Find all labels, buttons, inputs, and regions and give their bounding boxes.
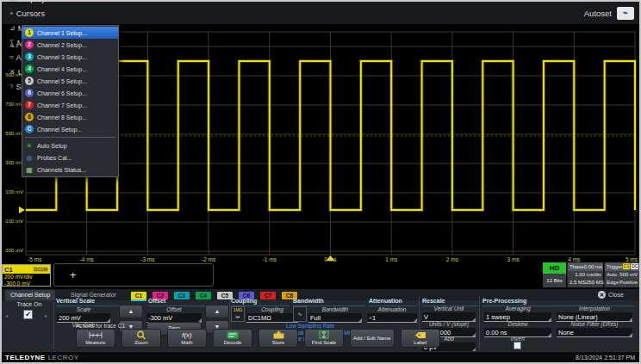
- channel-6-icon: 6: [25, 89, 34, 97]
- support-icon: ?: [9, 83, 13, 90]
- channel-7-icon: 7: [25, 101, 34, 109]
- trigger-slope: Positive: [619, 279, 638, 287]
- store-button[interactable]: Store: [258, 329, 298, 348]
- measure-icon: [89, 330, 103, 339]
- offset-field[interactable]: Offset -300 mV: [146, 306, 202, 323]
- actions-label: Actions for trace C1: [76, 323, 125, 329]
- tab-channel-setup[interactable]: Channel Setup: [5, 290, 55, 300]
- button-label: Add / Edit Name: [353, 336, 391, 342]
- oscilloscope-screen: 1.1 V900 mV700 mV500 mV300 mV100 mV-100 …: [0, 0, 641, 364]
- invert-checkbox[interactable]: [513, 342, 521, 349]
- y-axis-label: -100 mV: [0, 219, 23, 224]
- menu-item-label: Channel 7 Setup...: [37, 102, 87, 108]
- y-axis-label: 100 mV: [0, 189, 23, 194]
- menu-item-channel-setup[interactable]: CChannel Setup...: [22, 123, 118, 135]
- menu-bar: ▤File↕Vertical↔Timebase↑Trigger▦Display+…: [2, 2, 639, 24]
- timebase-label: Tbase: [569, 262, 584, 271]
- menu-item-channel-8-setup[interactable]: 8Channel 8 Setup...: [22, 111, 118, 123]
- button-label: Decode: [224, 340, 242, 346]
- menu-item-label: Channel Setup...: [37, 126, 82, 133]
- averaging-field[interactable]: Averaging 1 sweep: [484, 305, 551, 322]
- trigger-type: Edge: [607, 279, 619, 287]
- x-axis-label: -1 ms: [252, 256, 287, 262]
- menu-item-label: Probes Cal...: [37, 155, 72, 161]
- utilities-icon: ✕: [9, 68, 16, 76]
- timebase-samples: 2.5 MS: [569, 279, 586, 287]
- y-axis-label: -300 mV: [0, 248, 23, 253]
- menu-item-label: Channel 8 Setup...: [37, 114, 87, 120]
- math-button[interactable]: f(x)Math: [167, 329, 207, 348]
- x-axis-label: 2 ms: [435, 256, 470, 262]
- menu-item-channel-1-setup[interactable]: 1Channel 1 Setup...: [22, 27, 118, 39]
- attenuation-field[interactable]: Attenuation ÷1: [367, 306, 417, 323]
- measure-icon: ⊿: [9, 24, 16, 32]
- trigger-label: Trigger: [607, 262, 623, 271]
- label-button[interactable]: Label: [401, 329, 440, 348]
- datetime: 8/13/2024 2:51:37 PM: [576, 355, 635, 361]
- channel-3-icon: 3: [25, 52, 34, 61]
- c1-label: C1: [4, 266, 13, 274]
- y-axis-label: 500 mV: [0, 131, 23, 136]
- c1-offset-marker: [19, 207, 25, 213]
- trace-on-checkbox[interactable]: ✔: [23, 310, 33, 319]
- decode-button[interactable]: Decode: [213, 329, 252, 348]
- menu-item-channels-status[interactable]: ▦Channels Status...: [22, 163, 118, 176]
- scale-up-button[interactable]: ▲: [119, 305, 143, 318]
- timebase-scale: 1.00 ms/div: [575, 271, 601, 279]
- button-label: Measure: [85, 340, 105, 346]
- display-icon: ▦: [9, 0, 16, 3]
- add-edit-name-button[interactable]: Add / Edit Name: [350, 329, 395, 348]
- channel-4-icon: 4: [25, 65, 34, 73]
- measure-button[interactable]: Measure: [76, 329, 115, 348]
- status-bar: TELEDYNE LECROY 8/13/2024 2:51:37 PM: [2, 351, 639, 362]
- menu-item-label: Channel 4 Setup...: [37, 66, 87, 72]
- offset-up-button[interactable]: ▲: [205, 305, 229, 318]
- menu-label: Cursors: [16, 9, 45, 18]
- menu-item-channel-6-setup[interactable]: 6Channel 6 Setup...: [22, 87, 118, 99]
- menu-cursors[interactable]: +Cursors: [4, 6, 59, 21]
- autoset-button[interactable]: Autoset: [579, 9, 617, 18]
- button-label: Find Scale: [312, 340, 336, 346]
- hd-mode-descriptor[interactable]: HD 12 Bits: [543, 262, 566, 287]
- menu-item-label: Channel 2 Setup...: [37, 42, 87, 48]
- channel-2-icon: 2: [25, 40, 34, 49]
- button-label: Math: [181, 340, 192, 346]
- menu-item-auto-setup[interactable]: ✳Auto Setup: [22, 139, 118, 151]
- add-trace-slot[interactable]: +: [53, 263, 214, 287]
- zoom-button[interactable]: Zoom: [121, 329, 161, 348]
- interpolation-field[interactable]: Interpolation None (Linear): [557, 305, 632, 322]
- arrow-up-icon: ▲: [128, 308, 134, 314]
- noise-filter-field[interactable]: Noise Filter (ERes) None: [557, 321, 632, 337]
- channel-c-icon: C: [25, 125, 34, 133]
- find-scale-button[interactable]: Find Scale: [304, 329, 344, 348]
- c1-trace-descriptor[interactable]: C1 DC1M 200 mV/div -300.0 mV: [2, 264, 51, 287]
- x-axis-label: 3 ms: [496, 256, 531, 262]
- decode-icon: [227, 330, 239, 339]
- button-label: Label: [414, 340, 426, 346]
- channels-status-icon: ▦: [25, 166, 34, 174]
- menu-item-channel-7-setup[interactable]: 7Channel 7 Setup...: [22, 99, 118, 111]
- menu-item-channel-5-setup[interactable]: 5Channel 5 Setup...: [22, 75, 118, 87]
- nav-right-icon[interactable]: ▸: [45, 312, 47, 318]
- trigger-descriptor[interactable]: Trigger C1 DC Auto 500 mV Edge Positive: [604, 262, 639, 287]
- zoom-icon: [136, 330, 146, 339]
- timebase-descriptor[interactable]: Tbase 0.00 ms 1.00 ms/div 2.5 MS 250 MS/…: [567, 262, 603, 287]
- menu-item-channel-4-setup[interactable]: 4Channel 4 Setup...: [22, 63, 118, 75]
- lecroy-logo-icon: ⌁: [617, 7, 634, 20]
- add-trace-icon[interactable]: +: [70, 268, 77, 281]
- trigger-source-badge: C1: [623, 263, 630, 269]
- menu-item-probes-cal[interactable]: ◎Probes Cal...: [22, 151, 118, 163]
- bandwidth-field[interactable]: Bandwidth Full: [308, 306, 362, 323]
- nav-left-icon[interactable]: ◂: [5, 312, 8, 318]
- arrow-up-icon: ▲: [215, 308, 221, 314]
- menu-item-label: Channels Status...: [37, 167, 86, 173]
- scale-field[interactable]: Scale 200 mV: [57, 306, 110, 323]
- x-axis-label: 1 ms: [374, 256, 408, 262]
- menu-item-channel-2-setup[interactable]: 2Channel 2 Setup...: [22, 39, 118, 51]
- trigger-level: 500 mV: [619, 271, 638, 279]
- coupling-field[interactable]: Coupling DC1MΩ: [246, 306, 298, 323]
- cursors-icon: +: [9, 9, 14, 17]
- c1-offset: -300.0 mV: [3, 281, 50, 287]
- menu-item-channel-3-setup[interactable]: 3Channel 3 Setup...: [22, 51, 118, 63]
- vertical-unit-field[interactable]: Vertical Unit V: [422, 305, 476, 322]
